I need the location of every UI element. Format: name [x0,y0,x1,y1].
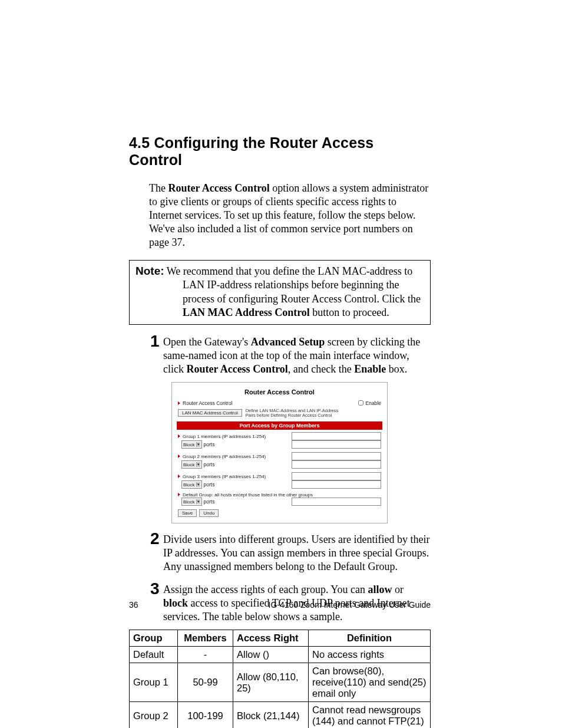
note-label: Note: [135,265,164,277]
rac-enable-checkbox[interactable] [358,400,363,406]
rac-group3-members-input[interactable] [292,472,381,480]
cell-def: Can browse(80), receive(110) and send(25… [309,663,431,702]
cell-def: Cannot read newsgroups (144) and cannot … [309,702,431,728]
section-heading: 4.5 Configuring the Router Access Contro… [129,134,431,169]
cell-members: 100-199 [178,702,233,728]
intro-paragraph: The Router Access Control option allows … [149,182,431,249]
step-3-number: 3 [150,581,163,597]
note-line4: button to proceed. [310,307,389,318]
page-number: 36 [129,600,138,610]
cell-group: Default [130,647,178,663]
rac-group3-label: Group 3 members (IP addresses 1-254) [178,474,266,479]
note-line3: process of configuring Router Access Con… [183,293,421,305]
step-1: 1 Open the Gateway's Advanced Setup scre… [150,333,431,376]
intro-bold: Router Access Control [168,182,269,194]
footer-title: IG-4160 Zoom Internet Gateway User Guide [269,600,431,610]
rac-save-button[interactable]: Save [178,509,197,517]
th-access: Access Right [233,630,309,647]
step-1-b3: Enable [354,363,386,375]
rac-lanmac-note: Define LAN MAC-Address and LAN IP-Addres… [246,409,349,419]
cell-members: 50-99 [178,663,233,702]
rac-ports-label-4: ports [204,499,215,505]
intro-pre: The [149,182,168,194]
rac-default-action-select[interactable]: Block [181,498,202,506]
rac-enable-label: Enable [366,400,381,406]
step-2-number: 2 [150,531,163,547]
rac-group2-ports-input[interactable] [292,460,381,469]
rac-title: Router Access Control [178,388,381,396]
note-line1: We recommend that you define the LAN MAC… [167,265,412,277]
cell-access: Allow (80,110, 25) [233,663,309,702]
rac-group2-action-select[interactable]: Block [181,460,202,469]
lan-mac-address-control-button[interactable]: LAN MAC Address Control [178,409,242,417]
th-definition: Definition [309,630,431,647]
rac-group1-action-select[interactable]: Block [181,440,202,449]
rac-top-label: Router Access Control [178,400,233,406]
step-1-b1: Advanced Setup [251,336,325,348]
step-1-t3: , and check the [288,363,354,375]
note-bold: LAN MAC Address Control [183,307,310,318]
cell-access: Block (21,144) [233,702,309,728]
step-2-body: Divide users into different groups. User… [163,531,431,574]
step-3-b1: allow [368,584,392,595]
rac-undo-button[interactable]: Undo [199,509,219,517]
rac-group1-members-input[interactable] [292,432,381,440]
router-access-control-screenshot: Router Access Control Router Access Cont… [171,382,388,524]
step-3-t1: Assign the access rights of each group. … [163,584,368,595]
rac-ports-label-3: ports [204,482,215,487]
rac-ports-label-2: ports [204,462,215,467]
rac-group2-members-input[interactable] [292,452,381,460]
rac-ports-label: ports [204,442,215,447]
note-box: Note: We recommend that you define the L… [129,260,431,324]
step-3-t2: or [392,584,404,595]
step-1-number: 1 [150,333,163,350]
cell-members: - [178,647,233,663]
rac-group3-ports-input[interactable] [292,480,381,489]
table-header-row: Group Members Access Right Definition [130,630,431,647]
th-members: Members [178,630,233,647]
table-row: Group 1 50-99 Allow (80,110, 25) Can bro… [130,663,431,702]
step-2: 2 Divide users into different groups. Us… [150,531,431,574]
access-rights-table: Group Members Access Right Definition De… [129,630,431,728]
step-1-t4: box. [386,363,407,375]
th-group: Group [130,630,178,647]
cell-group: Group 1 [130,663,178,702]
rac-band-header: Port Access by Group Members [177,421,382,430]
table-row: Group 2 100-199 Block (21,144) Cannot re… [130,702,431,728]
rac-group3-action-select[interactable]: Block [181,480,202,489]
step-1-t1: Open the Gateway's [163,336,251,348]
step-1-body: Open the Gateway's Advanced Setup screen… [163,333,431,376]
cell-group: Group 2 [130,702,178,728]
step-1-b2: Router Access Control [186,363,287,375]
rac-group1-ports-input[interactable] [292,440,381,449]
rac-group1-label: Group 1 members (IP addresses 1-254) [178,434,266,439]
cell-access: Allow () [233,647,309,663]
table-row: Default - Allow () No access rights [130,647,431,663]
rac-default-group-label: Default Group: all hosts except those li… [178,492,313,498]
rac-default-ports-input[interactable] [292,498,381,506]
page-footer: 36 IG-4160 Zoom Internet Gateway User Gu… [129,600,431,610]
rac-group2-label: Group 2 members (IP addresses 1-254) [178,454,266,459]
note-line2: LAN IP-address relationships before begi… [183,279,399,291]
cell-def: No access rights [309,647,431,663]
